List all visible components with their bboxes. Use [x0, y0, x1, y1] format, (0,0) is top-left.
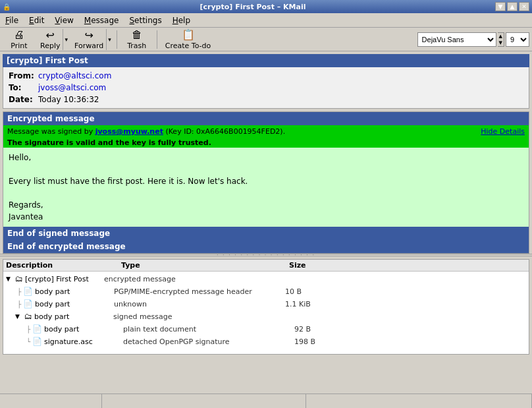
col-size: Size — [289, 261, 342, 270]
attach-row-2[interactable]: ├ 📄 body part unknown 1.1 KiB — [3, 298, 529, 310]
signed-header-text: Message was signed by jvoss@myuw.net (Ke… — [7, 127, 481, 136]
close-button[interactable]: ✕ — [519, 2, 529, 11]
forward-button[interactable]: ↪ Forward ▾ — [71, 29, 113, 50]
menu-settings[interactable]: Settings — [126, 15, 164, 26]
attach-name-0: [crypto] First Post — [25, 274, 104, 285]
date-value: Today 10:36:32 — [38, 94, 99, 105]
attach-name-2: body part — [35, 299, 114, 310]
signed-by[interactable]: jvoss@myuw.net — [95, 127, 163, 136]
file-icon-2: 📄 — [23, 299, 33, 310]
separator-1 — [117, 30, 117, 49]
trash-button[interactable]: 🗑 Trash — [120, 29, 153, 50]
attachment-tree: ▼ 🗂 [crypto] First Post encrypted messag… — [3, 272, 529, 349]
forward-label: Forward — [74, 42, 103, 50]
panel-divider[interactable]: · · · · · · · · · · · · · · · · · — [0, 254, 532, 256]
attach-size-1: 10 B — [285, 286, 338, 297]
hide-details-link[interactable]: Hide Details — [481, 127, 525, 136]
attach-type-2: unknown — [114, 299, 285, 310]
end-encrypted: End of encrypted message — [3, 240, 529, 253]
body-line-3: Every list must have the first post. Her… — [9, 175, 523, 187]
expand-icon-0[interactable]: ▼ — [6, 274, 15, 285]
font-arrows[interactable]: ▲ ▼ — [498, 32, 504, 47]
font-up-arrow[interactable]: ▲ — [498, 33, 504, 40]
expand-icon-3[interactable]: ▼ — [15, 311, 24, 322]
attach-type-4: plain text document — [123, 324, 294, 335]
font-selector[interactable]: DejaVu Sans — [417, 32, 496, 47]
reply-icon: ↩ — [46, 29, 55, 42]
body-line-4 — [9, 187, 523, 199]
attach-name-1: body part — [35, 286, 114, 297]
menu-file[interactable]: File — [3, 15, 21, 26]
to-value[interactable]: jvoss@altsci.com — [38, 82, 106, 94]
reply-label: Reply — [40, 42, 60, 50]
print-button[interactable]: 🖨 Print — [3, 29, 36, 50]
create-todo-button[interactable]: 📋 Create To-do — [161, 29, 216, 50]
attach-name-3: body part — [34, 311, 113, 322]
from-value[interactable]: crypto@altsci.com — [38, 70, 111, 82]
reply-arrow[interactable]: ▾ — [63, 29, 69, 50]
trash-label: Trash — [127, 42, 146, 50]
todo-icon: 📋 — [182, 28, 195, 41]
message-area: Encrypted message Message was signed by … — [3, 111, 529, 254]
attach-size-2: 1.1 KiB — [285, 299, 338, 310]
attach-type-3: signed message — [113, 311, 284, 322]
minimize-button[interactable]: ▼ — [495, 2, 506, 11]
maximize-button[interactable]: ▲ — [507, 2, 518, 11]
email-header-outer: [crypto] First Post From: crypto@altsci.… — [0, 51, 532, 111]
tree-line-4: ├ — [24, 324, 32, 335]
menu-view[interactable]: View — [52, 15, 76, 26]
menu-edit[interactable]: Edit — [26, 15, 47, 26]
from-label: From: — [9, 70, 38, 82]
date-label: Date: — [9, 94, 38, 105]
separator-2 — [157, 30, 157, 49]
file-icon-5: 📄 — [32, 336, 42, 347]
todo-label: Create To-do — [165, 42, 211, 50]
attachment-header: Description Type Size — [3, 260, 529, 272]
status-section-1 — [0, 394, 102, 408]
attach-name-4: body part — [44, 324, 123, 335]
attach-size-4: 92 B — [294, 324, 347, 335]
folder-icon-0: 🗂 — [15, 274, 23, 285]
attach-type-0: encrypted message — [104, 274, 275, 285]
body-line-2 — [9, 163, 523, 175]
font-size-selector[interactable]: 9 — [506, 32, 529, 47]
valid-signature: The signature is valid and the key is fu… — [3, 138, 529, 148]
body-line-6: Javantea — [9, 211, 523, 223]
forward-icon: ↪ — [84, 29, 93, 42]
menu-message[interactable]: Message — [82, 15, 122, 26]
drag-handle-icon: · · · · · · · · · · · · · · · · · — [217, 252, 315, 258]
print-icon: 🖨 — [14, 28, 24, 41]
encrypted-header: Encrypted message — [3, 112, 529, 125]
app-icon: 🔒 — [0, 3, 11, 11]
reply-button[interactable]: ↩ Reply ▾ — [37, 29, 70, 50]
attach-row-1[interactable]: ├ 📄 body part PGP/MIME-encrypted message… — [3, 285, 529, 298]
attach-name-5: signature.asc — [44, 336, 123, 347]
attach-type-5: detached OpenPGP signature — [123, 336, 294, 347]
titlebar: 🔒 [crypto] First Post – KMail ▼ ▲ ✕ — [0, 0, 532, 13]
to-label: To: — [9, 82, 38, 94]
font-down-arrow[interactable]: ▼ — [498, 40, 504, 46]
attach-row-4[interactable]: ├ 📄 body part plain text document 92 B — [3, 323, 529, 335]
menu-help[interactable]: Help — [170, 15, 193, 26]
attach-type-1: PGP/MIME-encrypted message header — [114, 286, 285, 297]
to-row: To: jvoss@altsci.com — [9, 82, 523, 94]
statusbar — [0, 393, 532, 408]
end-signed: End of signed message — [3, 227, 529, 240]
col-type: Type — [121, 261, 289, 270]
attach-size-5: 198 B — [294, 336, 347, 347]
date-row: Date: Today 10:36:32 — [9, 94, 523, 105]
body-line-1: Hello, — [9, 152, 523, 163]
forward-arrow[interactable]: ▾ — [106, 29, 113, 50]
window-controls[interactable]: ▼ ▲ ✕ — [495, 2, 532, 11]
status-section-3 — [306, 394, 532, 408]
message-body: Hello, Every list must have the first po… — [3, 148, 529, 227]
signed-header: Message was signed by jvoss@myuw.net (Ke… — [3, 125, 529, 138]
attach-row-0[interactable]: ▼ 🗂 [crypto] First Post encrypted messag… — [3, 273, 529, 285]
email-title: [crypto] First Post — [3, 54, 529, 67]
attach-row-5[interactable]: └ 📄 signature.asc detached OpenPGP signa… — [3, 335, 529, 348]
menubar: File Edit View Message Settings Help — [0, 13, 532, 28]
status-section-2 — [102, 394, 306, 408]
attach-row-3[interactable]: ▼ 🗂 body part signed message — [3, 310, 529, 323]
signed-prefix: Message was signed by — [7, 127, 95, 136]
toolbar: 🖨 Print ↩ Reply ▾ ↪ Forward ▾ 🗑 Trash 📋 … — [0, 28, 532, 51]
